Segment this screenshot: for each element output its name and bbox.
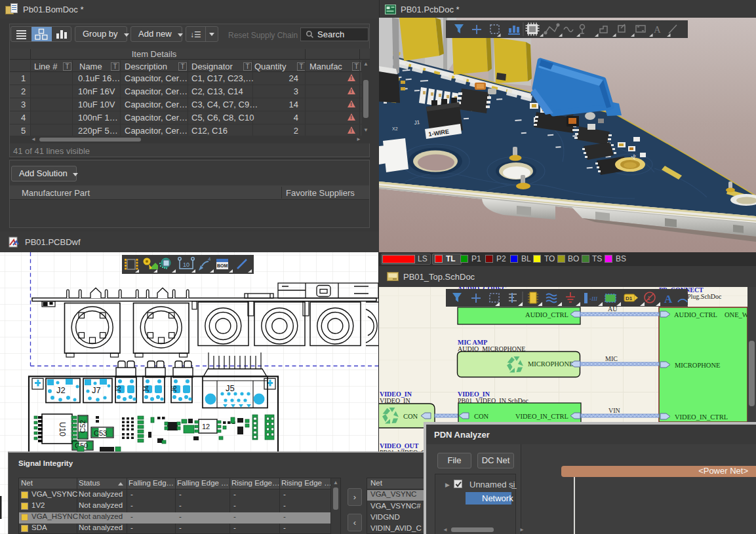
svg-text:C53: C53 (94, 429, 107, 437)
svg-text:J4: J4 (143, 385, 150, 392)
svg-text:J7: J7 (92, 385, 101, 395)
svg-text:1: 1 (647, 295, 650, 301)
svg-text:CON: CON (474, 413, 489, 420)
svg-text:VIDEO_IN_CTRL: VIDEO_IN_CTRL (515, 413, 568, 420)
svg-text:J3: J3 (115, 385, 122, 392)
svg-text:-III: -III (589, 296, 598, 302)
svg-text:VIDEO_IN_CTRL: VIDEO_IN_CTRL (675, 413, 728, 421)
svg-text:J5: J5 (226, 383, 235, 393)
svg-text:AUDIO_CTRL: AUDIO_CTRL (674, 311, 717, 318)
svg-text:Plug.SchDoc: Plug.SchDoc (687, 293, 722, 300)
svg-text:J2: J2 (56, 385, 66, 395)
svg-text:10: 10 (183, 261, 189, 268)
svg-text:4: 4 (208, 256, 211, 262)
svg-text:U10: U10 (58, 422, 67, 436)
svg-text:BOM: BOM (217, 263, 228, 268)
svg-text:VIN: VIN (608, 407, 620, 414)
svg-text:MICROPHONE: MICROPHONE (675, 362, 720, 369)
svg-text:X2: X2 (392, 126, 398, 131)
svg-text:MIC: MIC (605, 355, 618, 362)
svg-text:CON: CON (403, 413, 418, 420)
svg-text:A: A (654, 24, 661, 35)
svg-text:MICROPHONE: MICROPHONE (528, 360, 573, 368)
svg-text:A: A (664, 293, 673, 305)
svg-text:12: 12 (202, 423, 210, 430)
svg-text:C52: C52 (79, 420, 87, 433)
svg-text:D1: D1 (626, 296, 633, 301)
svg-text:J1: J1 (414, 119, 420, 126)
svg-text:AUDIO_CTRL: AUDIO_CTRL (525, 311, 568, 318)
svg-text:J6: J6 (170, 385, 178, 392)
